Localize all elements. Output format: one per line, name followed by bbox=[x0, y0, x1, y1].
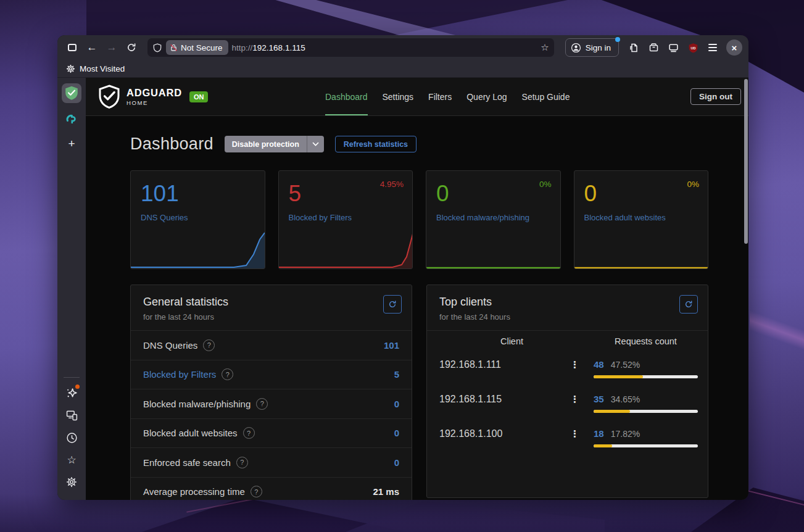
card-blocked-malware: 0 Blocked malware/phishing 0% bbox=[426, 170, 561, 269]
window-stack-button[interactable] bbox=[665, 39, 682, 56]
url-text: http://192.168.1.115 bbox=[232, 43, 537, 52]
help-icon[interactable]: ? bbox=[203, 339, 215, 351]
request-bar bbox=[594, 444, 698, 447]
panel-title: Top clients bbox=[439, 296, 695, 309]
stat-label: DNS Queries bbox=[143, 340, 197, 351]
refresh-statistics-button[interactable]: Refresh statistics bbox=[335, 136, 417, 152]
brand-subtitle: HOME bbox=[126, 100, 182, 106]
archive-button[interactable] bbox=[645, 39, 662, 56]
teal-p-favicon bbox=[65, 113, 78, 125]
browser-window: ← → Not Secure http://192.168.1.115 ☆ Si… bbox=[57, 35, 748, 500]
card-percent: 4.95% bbox=[380, 180, 404, 189]
most-visited-folder[interactable]: Most Visited bbox=[80, 64, 125, 73]
refresh-icon bbox=[388, 300, 397, 309]
tab-adguard-home[interactable] bbox=[62, 83, 81, 103]
request-count: 35 bbox=[594, 394, 604, 404]
chevron-down-icon[interactable] bbox=[307, 136, 324, 152]
stat-label: Blocked malware/phishing bbox=[143, 399, 251, 409]
ai-chatbot-button[interactable] bbox=[62, 384, 81, 402]
client-ip[interactable]: 192.168.1.111 bbox=[439, 359, 501, 370]
stat-row-processing-time: Average processing time? 21 ms bbox=[131, 477, 412, 501]
card-percent: 0% bbox=[687, 180, 699, 189]
client-ip[interactable]: 192.168.1.100 bbox=[439, 428, 502, 439]
hamburger-icon bbox=[708, 44, 717, 51]
page-extension-button[interactable] bbox=[625, 39, 642, 56]
stat-value: 0 bbox=[394, 399, 399, 409]
main-nav: Dashboard Settings Filters Query Log Set… bbox=[325, 78, 570, 115]
help-icon[interactable]: ? bbox=[256, 398, 268, 410]
stat-row-blocked-adult: Blocked adult websites? 0 bbox=[131, 418, 412, 448]
nav-settings[interactable]: Settings bbox=[383, 78, 414, 115]
client-row: 192.168.1.115 ⋮ 3534.65% bbox=[427, 386, 708, 420]
client-ip[interactable]: 192.168.1.115 bbox=[439, 394, 502, 405]
refresh-panel-button[interactable] bbox=[679, 295, 698, 314]
nav-filters[interactable]: Filters bbox=[428, 78, 452, 115]
account-icon bbox=[571, 43, 581, 53]
disable-protection-button[interactable]: Disable protection bbox=[225, 136, 324, 152]
forward-button[interactable]: → bbox=[103, 39, 120, 56]
url-bar[interactable]: Not Secure http://192.168.1.115 ☆ bbox=[147, 38, 554, 57]
firefox-sidebar: + ☆ bbox=[57, 78, 86, 500]
help-icon[interactable]: ? bbox=[236, 457, 248, 468]
window-close-button[interactable]: × bbox=[726, 39, 742, 56]
nav-setup-guide[interactable]: Setup Guide bbox=[522, 78, 570, 115]
stat-cards: 101 DNS Queries 5 Blocked by Filters 4.9… bbox=[130, 170, 708, 269]
url-host: 192.168.1.115 bbox=[252, 43, 305, 52]
not-secure-chip[interactable]: Not Secure bbox=[166, 40, 228, 55]
history-button[interactable] bbox=[62, 428, 81, 447]
page-scrollbar[interactable] bbox=[744, 79, 748, 244]
blocked-filters-sparkline bbox=[278, 231, 413, 269]
nav-dashboard[interactable]: Dashboard bbox=[325, 78, 368, 115]
not-secure-label: Not Secure bbox=[181, 43, 223, 52]
client-row: 192.168.1.100 ⋮ 1817.82% bbox=[427, 420, 708, 455]
card-blocked-adult: 0 Blocked adult websites 0% bbox=[574, 170, 709, 269]
stat-label-link[interactable]: Blocked by Filters bbox=[143, 369, 216, 380]
sidebar-settings-button[interactable] bbox=[62, 473, 81, 491]
help-icon[interactable]: ? bbox=[251, 486, 262, 497]
reload-button[interactable] bbox=[123, 39, 140, 56]
general-statistics-panel: General statistics for the last 24 hours… bbox=[130, 285, 412, 500]
client-row: 192.168.1.111 ⋮ 4847.52% bbox=[427, 351, 708, 386]
blocked-malware-sparkline bbox=[426, 231, 560, 269]
sparkle-ai-icon bbox=[66, 388, 78, 399]
bookmarks-bar: Most Visited bbox=[57, 60, 748, 78]
back-button[interactable]: ← bbox=[83, 39, 101, 56]
synced-tabs-button[interactable] bbox=[62, 406, 81, 425]
stat-row-dns-queries: DNS Queries? 101 bbox=[131, 330, 412, 360]
stat-label: Blocked adult websites bbox=[143, 428, 238, 438]
kebab-menu-icon[interactable]: ⋮ bbox=[570, 394, 584, 405]
tracking-shield-icon bbox=[152, 43, 162, 53]
refresh-panel-button[interactable] bbox=[383, 295, 402, 314]
lock-slash-icon bbox=[170, 43, 178, 52]
menu-button[interactable] bbox=[704, 39, 721, 56]
help-icon[interactable]: ? bbox=[222, 368, 233, 380]
bookmark-star-icon[interactable]: ☆ bbox=[541, 42, 549, 53]
column-requests-count: Requests count bbox=[594, 336, 698, 346]
card-value: 0 bbox=[584, 182, 698, 205]
kebab-menu-icon[interactable]: ⋮ bbox=[570, 428, 584, 439]
panel-subtitle: for the last 24 hours bbox=[439, 312, 695, 322]
adguard-header: ADGUARD HOME ON Dashboard Settings Filte… bbox=[86, 78, 748, 116]
sidebar-toggle-button[interactable] bbox=[64, 39, 81, 56]
sign-out-button[interactable]: Sign out bbox=[690, 88, 741, 105]
help-icon[interactable]: ? bbox=[243, 427, 255, 439]
tab-proxmox[interactable] bbox=[62, 109, 81, 129]
request-count: 18 bbox=[594, 428, 604, 439]
new-tab-button[interactable]: + bbox=[62, 134, 81, 154]
signin-notification-dot bbox=[615, 37, 620, 42]
ublock-extension-button[interactable]: UD bbox=[684, 39, 702, 56]
firefox-signin-button[interactable]: Sign in bbox=[565, 38, 619, 57]
request-bar bbox=[594, 410, 698, 413]
page-extension-icon bbox=[629, 43, 639, 53]
request-percent: 17.82% bbox=[611, 429, 640, 439]
reload-icon bbox=[126, 43, 136, 52]
kebab-menu-icon[interactable]: ⋮ bbox=[570, 359, 584, 370]
ai-notification-dot bbox=[75, 384, 80, 389]
stat-row-blocked-filters: Blocked by Filters? 5 bbox=[131, 360, 412, 389]
back-icon: ← bbox=[87, 41, 97, 54]
stat-row-blocked-malware: Blocked malware/phishing? 0 bbox=[131, 389, 412, 418]
bookmarks-button[interactable]: ☆ bbox=[62, 451, 81, 469]
request-percent: 34.65% bbox=[611, 394, 640, 404]
devices-icon bbox=[66, 410, 78, 421]
nav-query-log[interactable]: Query Log bbox=[466, 78, 507, 115]
